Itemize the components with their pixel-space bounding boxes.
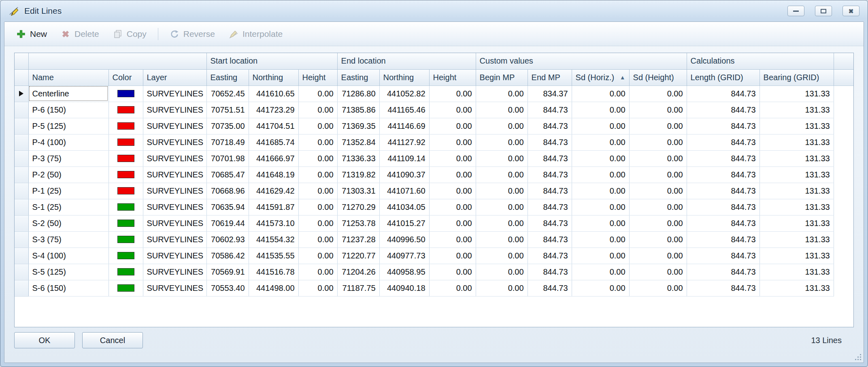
layer-cell[interactable]: SURVEYLINES (143, 166, 206, 183)
value-cell[interactable]: 70701.98 (206, 150, 249, 166)
value-cell[interactable]: 70652.45 (206, 85, 249, 102)
name-cell[interactable]: S-3 (75) (28, 231, 108, 248)
layer-cell[interactable]: SURVEYLINES (143, 102, 206, 118)
value-cell[interactable]: 0.00 (298, 215, 337, 231)
table-row[interactable]: S-5 (125)SURVEYLINES70569.91441516.780.0… (15, 264, 853, 280)
value-cell[interactable]: 0.00 (629, 150, 687, 166)
value-cell[interactable]: 844.73 (528, 150, 572, 166)
value-cell[interactable]: 441535.55 (249, 248, 298, 264)
value-cell[interactable]: 0.00 (572, 134, 629, 150)
layer-cell[interactable]: SURVEYLINES (143, 280, 206, 296)
value-cell[interactable]: 440977.73 (379, 248, 429, 264)
name-cell[interactable]: P-5 (125) (28, 118, 108, 134)
value-cell[interactable]: 131.33 (760, 134, 834, 150)
value-cell[interactable]: 0.00 (429, 102, 476, 118)
value-cell[interactable]: 0.00 (572, 118, 629, 134)
value-cell[interactable]: 0.00 (572, 183, 629, 199)
value-cell[interactable]: 0.00 (429, 134, 476, 150)
value-cell[interactable]: 441146.69 (379, 118, 429, 134)
row-indicator[interactable] (15, 280, 28, 296)
value-cell[interactable]: 71220.77 (337, 248, 379, 264)
name-cell[interactable]: Centerline (28, 85, 108, 102)
value-cell[interactable]: 71286.80 (337, 85, 379, 102)
row-indicator[interactable] (15, 215, 28, 231)
value-cell[interactable]: 0.00 (429, 183, 476, 199)
value-cell[interactable]: 844.73 (687, 280, 760, 296)
resize-grip[interactable] (855, 354, 861, 360)
value-cell[interactable]: 70569.91 (206, 264, 249, 280)
value-cell[interactable]: 441554.32 (249, 231, 298, 248)
color-cell[interactable] (108, 134, 143, 150)
copy-button[interactable]: Copy (107, 26, 153, 42)
row-indicator[interactable] (15, 183, 28, 199)
value-cell[interactable]: 844.73 (528, 183, 572, 199)
value-cell[interactable]: 441573.10 (249, 215, 298, 231)
name-cell[interactable]: P-6 (150) (28, 102, 108, 118)
value-cell[interactable]: 0.00 (429, 264, 476, 280)
value-cell[interactable]: 70668.96 (206, 183, 249, 199)
column-header-end-northing[interactable]: Northing (379, 69, 429, 85)
value-cell[interactable]: 0.00 (476, 183, 528, 199)
layer-cell[interactable]: SURVEYLINES (143, 215, 206, 231)
column-header-end-height[interactable]: Height (429, 69, 476, 85)
value-cell[interactable]: 71237.28 (337, 231, 379, 248)
value-cell[interactable]: 0.00 (572, 199, 629, 215)
table-row[interactable]: P-6 (150)SURVEYLINES70751.51441723.290.0… (15, 102, 853, 118)
value-cell[interactable]: 0.00 (429, 118, 476, 134)
name-cell[interactable]: S-2 (50) (28, 215, 108, 231)
value-cell[interactable]: 844.73 (528, 248, 572, 264)
value-cell[interactable]: 71319.82 (337, 166, 379, 183)
value-cell[interactable]: 131.33 (760, 231, 834, 248)
row-indicator[interactable] (15, 85, 28, 102)
value-cell[interactable]: 0.00 (429, 248, 476, 264)
maximize-button[interactable] (815, 6, 832, 16)
row-indicator[interactable] (15, 264, 28, 280)
value-cell[interactable]: 0.00 (476, 264, 528, 280)
name-cell[interactable]: S-6 (150) (28, 280, 108, 296)
column-header-start-northing[interactable]: Northing (249, 69, 298, 85)
value-cell[interactable]: 71187.75 (337, 280, 379, 296)
row-indicator[interactable] (15, 102, 28, 118)
value-cell[interactable]: 834.37 (528, 85, 572, 102)
value-cell[interactable]: 844.73 (687, 134, 760, 150)
value-cell[interactable]: 0.00 (476, 102, 528, 118)
row-indicator[interactable] (15, 118, 28, 134)
value-cell[interactable]: 0.00 (572, 231, 629, 248)
value-cell[interactable]: 0.00 (298, 183, 337, 199)
value-cell[interactable]: 131.33 (760, 183, 834, 199)
column-header-color[interactable]: Color (108, 69, 143, 85)
value-cell[interactable]: 844.73 (687, 85, 760, 102)
value-cell[interactable]: 441648.19 (249, 166, 298, 183)
name-cell[interactable]: S-4 (100) (28, 248, 108, 264)
value-cell[interactable]: 70602.93 (206, 231, 249, 248)
reverse-button[interactable]: Reverse (164, 26, 221, 42)
value-cell[interactable]: 0.00 (629, 264, 687, 280)
value-cell[interactable]: 441610.65 (249, 85, 298, 102)
value-cell[interactable]: 0.00 (572, 150, 629, 166)
value-cell[interactable]: 70553.40 (206, 280, 249, 296)
value-cell[interactable]: 71303.31 (337, 183, 379, 199)
name-cell[interactable]: P-4 (100) (28, 134, 108, 150)
color-cell[interactable] (108, 118, 143, 134)
value-cell[interactable]: 0.00 (298, 102, 337, 118)
value-cell[interactable]: 0.00 (429, 280, 476, 296)
value-cell[interactable]: 0.00 (476, 280, 528, 296)
value-cell[interactable]: 0.00 (429, 215, 476, 231)
value-cell[interactable]: 131.33 (760, 215, 834, 231)
column-header-bearing-grid[interactable]: Bearing (GRID) (760, 69, 834, 85)
name-cell[interactable]: P-1 (25) (28, 183, 108, 199)
value-cell[interactable]: 71204.26 (337, 264, 379, 280)
value-cell[interactable]: 441723.29 (249, 102, 298, 118)
value-cell[interactable]: 71336.33 (337, 150, 379, 166)
value-cell[interactable]: 441090.37 (379, 166, 429, 183)
layer-cell[interactable]: SURVEYLINES (143, 118, 206, 134)
value-cell[interactable]: 844.73 (687, 150, 760, 166)
value-cell[interactable]: 0.00 (629, 118, 687, 134)
value-cell[interactable]: 0.00 (429, 85, 476, 102)
new-button[interactable]: New (10, 26, 53, 42)
color-cell[interactable] (108, 166, 143, 183)
value-cell[interactable]: 0.00 (572, 102, 629, 118)
value-cell[interactable]: 0.00 (629, 280, 687, 296)
value-cell[interactable]: 844.73 (687, 248, 760, 264)
value-cell[interactable]: 0.00 (629, 183, 687, 199)
